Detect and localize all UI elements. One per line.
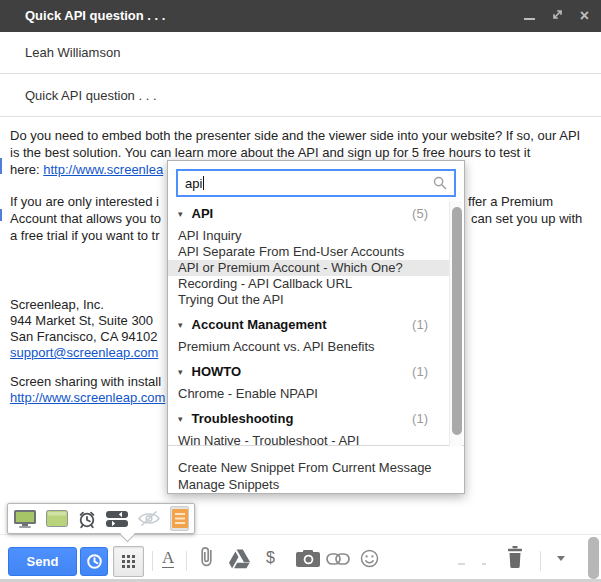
snippet-group-header[interactable]: ▾Troubleshooting (1) <box>168 411 464 427</box>
toolbar-divider <box>186 551 187 571</box>
clock-icon <box>86 553 103 570</box>
edge-artifact <box>0 209 2 221</box>
dropdown-scrollbar-thumb[interactable] <box>452 207 462 435</box>
group-count: (5) <box>412 206 428 222</box>
subject-field[interactable]: Quick API question . . . <box>0 74 601 117</box>
insert-drive-icon[interactable] <box>228 548 251 569</box>
minimize-icon[interactable] <box>524 18 535 20</box>
compose-toolbar: Send A $ <box>0 534 601 582</box>
snippet-item[interactable]: Trying Out the API <box>168 292 449 308</box>
snippet-group-header[interactable]: ▾API (5) <box>168 206 464 222</box>
insert-emoji-icon[interactable] <box>360 549 379 568</box>
insert-link-icon[interactable] <box>326 553 350 565</box>
body-line[interactable]: can set you up with <box>471 211 582 226</box>
compose-titlebar: Quick API question . . . × <box>0 0 601 32</box>
search-query-text: api <box>185 176 202 191</box>
snippet-item[interactable]: Premium Account vs. API Benefits <box>168 339 449 355</box>
signature-line: San Francisco, CA 94102 <box>10 329 157 344</box>
discard-draft-icon[interactable] <box>506 546 524 568</box>
disabled-mark <box>482 563 486 565</box>
disabled-mark <box>458 563 465 565</box>
compose-window: Quick API question . . . × Leah Williams… <box>0 0 601 582</box>
signature-url-link[interactable]: http://www.screenleap.com <box>10 390 165 405</box>
signature-email-link[interactable]: support@screenleap.com <box>10 345 158 360</box>
timer-icon[interactable] <box>77 509 97 529</box>
group-count: (1) <box>412 317 428 333</box>
subject-text: Quick API question . . . <box>25 88 157 103</box>
manage-snippets-action[interactable]: Manage Snippets <box>168 476 464 493</box>
snippet-item[interactable]: Recording - API Callback URL <box>168 276 449 292</box>
attach-file-icon[interactable] <box>199 545 214 569</box>
snippet-item[interactable]: API Separate From End-User Accounts <box>168 244 449 260</box>
text-cursor <box>203 176 204 190</box>
toolbar-divider <box>152 551 153 571</box>
snippet-list: ▾API (5) API Inquiry API Separate From E… <box>168 201 464 446</box>
toolbar-divider <box>540 551 541 571</box>
snippet-item[interactable]: Chrome - Enable NPAPI <box>168 386 449 402</box>
signature-line: 944 Market St, Suite 300 <box>10 313 153 328</box>
schedule-send-button[interactable] <box>80 547 108 576</box>
extension-toolbar-popup <box>7 503 195 534</box>
request-money-icon[interactable]: $ <box>266 549 275 567</box>
snippet-item[interactable]: API Inquiry <box>168 228 449 244</box>
body-link[interactable]: http://www.screenlea <box>43 162 163 177</box>
snippets-grid-button[interactable] <box>113 546 144 577</box>
search-icon <box>433 176 447 193</box>
chevron-down-icon: ▾ <box>178 317 183 333</box>
body-line[interactable]: ffer a Premium <box>468 194 553 209</box>
hide-viewer-icon[interactable] <box>137 510 161 527</box>
dropdown-scrollbar[interactable] <box>449 201 462 446</box>
snippet-item-selected[interactable]: API or Premium Account - Which One? <box>168 260 449 276</box>
chevron-down-icon: ▾ <box>178 206 183 222</box>
swap-presenter-icon[interactable] <box>106 511 128 527</box>
snippets-icon-selected[interactable] <box>170 506 189 531</box>
snippet-picker-panel: api ▾API (5) API Inquiry API Separate Fr… <box>167 160 465 494</box>
chevron-down-icon: ▾ <box>178 364 183 380</box>
snippet-group-header[interactable]: ▾HOWTO (1) <box>168 364 464 380</box>
popout-icon[interactable] <box>551 7 564 25</box>
recipient-name: Leah Williamson <box>25 45 120 60</box>
close-icon[interactable]: × <box>580 8 589 24</box>
body-line[interactable]: If you are only interested i <box>10 194 159 209</box>
snippet-item[interactable]: Win Native - Troubleshoot - API <box>168 433 449 446</box>
body-line[interactable]: Do you need to embed both the presenter … <box>10 128 580 143</box>
group-count: (1) <box>412 411 428 427</box>
edge-artifact <box>0 158 2 174</box>
body-line[interactable]: is the best solution. You can learn more… <box>10 145 530 160</box>
recipient-field[interactable]: Leah Williamson <box>0 32 601 74</box>
formatting-options-icon[interactable]: A <box>162 548 174 568</box>
snippet-group-header[interactable]: ▾Account Management (1) <box>168 317 464 333</box>
signature-tagline: Screen sharing with install <box>10 374 161 389</box>
body-line[interactable]: a free trial if you want to tr <box>10 228 160 243</box>
more-options-icon[interactable] <box>557 556 565 561</box>
window-scrollbar-thumb[interactable] <box>588 537 599 579</box>
snippet-search-input[interactable]: api <box>176 169 456 197</box>
share-window-icon[interactable] <box>46 510 68 527</box>
signature-line: Screenleap, Inc. <box>10 297 104 312</box>
group-count: (1) <box>412 364 428 380</box>
grid-icon <box>122 555 135 568</box>
body-line[interactable]: Account that allows you to <box>10 211 161 226</box>
snippet-picker-footer: Create New Snippet From Current Message … <box>168 447 464 493</box>
chevron-down-icon: ▾ <box>178 411 183 427</box>
share-screen-icon[interactable] <box>13 509 37 528</box>
create-snippet-action[interactable]: Create New Snippet From Current Message <box>168 459 464 476</box>
send-button[interactable]: Send <box>8 547 77 576</box>
insert-photo-icon[interactable] <box>296 550 320 567</box>
window-controls: × <box>524 0 589 32</box>
compose-title: Quick API question . . . <box>25 0 165 32</box>
body-line[interactable]: here: http://www.screenlea <box>10 162 163 177</box>
